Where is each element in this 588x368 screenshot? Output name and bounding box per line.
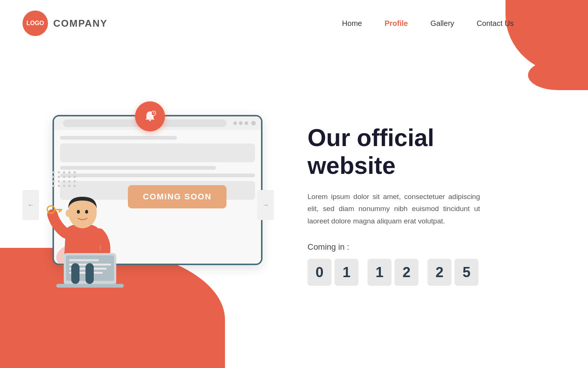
main-heading: Our official website	[308, 124, 536, 179]
main-content: ←	[0, 36, 588, 359]
description-text: Lorem ipsum dolor sit amet, consectetuer…	[308, 191, 480, 227]
svg-rect-20	[71, 263, 80, 284]
nav-gallery[interactable]: Gallery	[430, 19, 454, 28]
browser-block-1	[60, 143, 255, 162]
countdown-digit-5: 5	[454, 259, 478, 286]
person-illustration	[34, 164, 131, 291]
countdown-digit-2: 1	[368, 259, 392, 286]
content-area: Our official website Lorem ipsum dolor s…	[278, 124, 566, 286]
svg-rect-21	[86, 263, 94, 284]
header: LOGO COMPANY Home Profile Gallery Contac…	[0, 0, 588, 36]
svg-point-8	[66, 210, 71, 217]
nav-home[interactable]: Home	[342, 19, 362, 28]
nav-profile[interactable]: Profile	[384, 19, 408, 28]
slider-arrow-left[interactable]: ←	[22, 190, 39, 220]
hamburger-menu[interactable]	[548, 14, 566, 32]
main-nav: Home Profile Gallery Contact Us	[342, 14, 566, 32]
logo-icon: LOGO	[22, 11, 48, 36]
countdown-timer: 0 1 1 2 2 5	[308, 259, 536, 286]
countdown-digit-3: 2	[394, 259, 418, 286]
logo-area: LOGO COMPANY	[22, 11, 108, 36]
svg-point-6	[77, 210, 80, 214]
countdown-digit-4: 2	[428, 259, 452, 286]
notification-badge	[135, 101, 165, 131]
browser-dot-2	[239, 121, 243, 125]
browser-line-1	[60, 136, 177, 140]
svg-point-7	[85, 210, 88, 214]
nav-contact[interactable]: Contact Us	[477, 19, 514, 28]
countdown-digit-0: 0	[308, 259, 332, 286]
coming-in-label: Coming in :	[308, 242, 536, 252]
company-name: COMPANY	[53, 18, 108, 29]
coming-soon-badge: COMING SOON	[128, 185, 226, 208]
svg-rect-15	[56, 284, 124, 288]
browser-dots	[233, 121, 248, 125]
browser-dot-3	[244, 121, 248, 125]
browser-dot-1	[233, 121, 237, 125]
illustration-area: ←	[22, 96, 278, 314]
countdown-digit-1: 1	[334, 259, 358, 286]
slider-arrow-right[interactable]: →	[257, 190, 274, 220]
svg-rect-16	[69, 259, 99, 261]
browser-close	[251, 121, 256, 125]
